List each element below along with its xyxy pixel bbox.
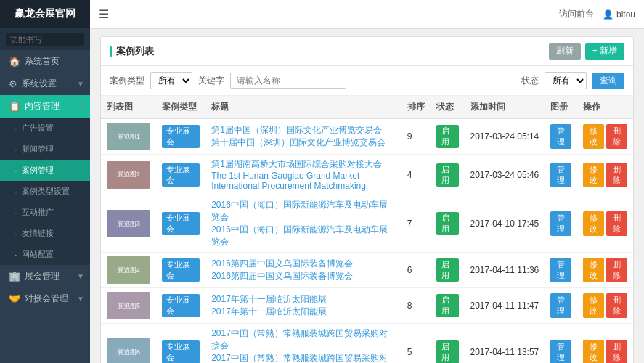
sidebar-item-promo[interactable]: · 互动推广 <box>0 202 90 223</box>
delete-button-1[interactable]: 删除 <box>606 163 627 187</box>
cell-thumb-5: 展览图6 <box>101 324 156 364</box>
case-link-cn-5[interactable]: 2017中国（常熟）常熟服装城跨国贸易采购对接会 <box>211 328 388 351</box>
delete-button-4[interactable]: 删除 <box>606 293 627 318</box>
cell-type-4: 专业展会 <box>156 288 205 324</box>
search-button[interactable]: 查询 <box>592 73 624 89</box>
cell-title-4: 2017年第十一届临沂太阳能展 2017年第十一届临沂太阳能展 <box>205 288 402 324</box>
sidebar-item-website[interactable]: · 网站配置 <box>0 244 90 265</box>
sidebar-search-wrap <box>0 28 90 50</box>
case-link-cn-2[interactable]: 2016中国（海口）国际新能源汽车及电动车展览会 <box>211 200 388 222</box>
cell-order-2: 7 <box>402 195 431 253</box>
case-link-cn-4[interactable]: 2017年第十一届临沂太阳能展 <box>211 294 327 304</box>
sidebar-sub-content: · 广告设置 · 新闻管理 · 案例管理 · 案例类型设置 · 互动推广 · 友… <box>0 118 90 265</box>
sidebar-item-exhibit[interactable]: 🏢 展会管理 ▼ <box>0 265 90 287</box>
refresh-button[interactable]: 刷新 <box>549 43 581 60</box>
menu-toggle-icon[interactable]: ☰ <box>99 7 109 21</box>
manage-album-button-2[interactable]: 管理 <box>550 211 571 236</box>
chevron-down-icon4: ▼ <box>77 295 84 303</box>
thumbnail-4: 展览图5 <box>107 292 150 319</box>
sidebar-item-content[interactable]: 📋 内容管理 ▼ <box>0 95 90 118</box>
keyword-filter-input[interactable] <box>230 73 346 89</box>
col-time: 添加时间 <box>465 96 545 119</box>
settings-icon: ⚙ <box>9 78 17 89</box>
reception-icon: 🤝 <box>9 293 20 304</box>
case-link-cn-1[interactable]: 第1届湖南高桥大市场国际综合采购对接大会 <box>211 159 382 169</box>
manage-album-button-0[interactable]: 管理 <box>550 124 571 149</box>
edit-button-1[interactable]: 修改 <box>583 163 604 187</box>
cell-actions-0: 修改 删除 <box>577 119 633 155</box>
col-title: 标题 <box>205 96 402 119</box>
table-row: 展览图6 专业展会 2017中国（常熟）常熟服装城跨国贸易采购对接会 2017中… <box>101 324 633 364</box>
sidebar-item-news[interactable]: · 新闻管理 <box>0 139 90 160</box>
table-row: 展览图3 专业展会 2016中国（海口）国际新能源汽车及电动车展览会 2016中… <box>101 195 633 253</box>
manage-album-button-3[interactable]: 管理 <box>550 258 571 282</box>
thumbnail-5: 展览图6 <box>107 338 150 363</box>
cell-actions-4: 修改 删除 <box>577 288 633 324</box>
cell-type-5: 专业展会 <box>156 324 205 364</box>
delete-button-5[interactable]: 删除 <box>606 340 627 363</box>
table-row: 展览图4 专业展会 2016第四届中国义乌国际装备博览会 2016第四届中国义乌… <box>101 253 633 288</box>
col-order: 排序 <box>402 96 431 119</box>
user-menu[interactable]: 👤 bitou <box>603 9 635 20</box>
table-row: 展览图2 专业展会 第1届湖南高桥大市场国际综合采购对接大会 The 1st H… <box>101 155 633 195</box>
delete-button-2[interactable]: 删除 <box>606 211 627 236</box>
delete-button-3[interactable]: 删除 <box>606 258 627 282</box>
cell-thumb-1: 展览图2 <box>101 155 156 195</box>
thumbnail-2: 展览图3 <box>107 210 150 237</box>
sidebar-item-reception[interactable]: 🤝 对接会管理 ▼ <box>0 287 90 310</box>
ad-icon: · <box>15 123 17 134</box>
edit-button-0[interactable]: 修改 <box>583 124 604 149</box>
cell-actions-2: 修改 删除 <box>577 195 633 253</box>
cell-thumb-3: 展览图4 <box>101 253 156 288</box>
cell-album-2: 管理 <box>545 195 577 253</box>
sidebar-item-home[interactable]: 🏠 系统首页 <box>0 50 90 73</box>
case-link-en-2[interactable]: 2016中国（海口）国际新能源汽车及电动车展览会 <box>211 224 388 247</box>
cell-type-1: 专业展会 <box>156 155 205 195</box>
case-list-panel: 案例列表 刷新 + 新增 案例类型 所有 关键字 状态 所有 查询 <box>100 36 634 363</box>
type-filter-select[interactable]: 所有 <box>150 72 192 89</box>
manage-album-button-4[interactable]: 管理 <box>550 293 571 318</box>
type-tag-4: 专业展会 <box>162 294 200 317</box>
case-link-cn-3[interactable]: 2016第四届中国义乌国际装备博览会 <box>211 258 353 269</box>
cell-title-3: 2016第四届中国义乌国际装备博览会 2016第四届中国义乌国际装备博览会 <box>205 253 402 288</box>
cell-type-0: 专业展会 <box>156 119 205 155</box>
chevron-down-icon2: ▼ <box>77 102 84 110</box>
sidebar-item-friend-link[interactable]: · 友情链接 <box>0 223 90 244</box>
cell-status-3: 启用 <box>431 253 465 288</box>
edit-button-4[interactable]: 修改 <box>583 293 604 318</box>
sidebar-item-settings[interactable]: ⚙ 系统设置 ▼ <box>0 73 90 95</box>
website-icon: · <box>15 249 17 260</box>
cell-status-2: 启用 <box>431 195 465 253</box>
sidebar-item-ad[interactable]: · 广告设置 <box>0 118 90 139</box>
cell-title-2: 2016中国（海口）国际新能源汽车及电动车展览会 2016中国（海口）国际新能源… <box>205 195 402 253</box>
manage-album-button-5[interactable]: 管理 <box>550 340 571 363</box>
status-filter-select[interactable]: 所有 <box>545 72 587 89</box>
edit-button-5[interactable]: 修改 <box>583 340 604 363</box>
logo: 赢龙会展官网 <box>0 0 90 28</box>
case-link-en-3[interactable]: 2016第四届中国义乌国际装备博览会 <box>211 271 353 281</box>
type-tag-0: 专业展会 <box>162 125 200 148</box>
sidebar-item-case-type[interactable]: · 案例类型设置 <box>0 181 90 202</box>
col-thumb: 列表图 <box>101 96 156 119</box>
case-link-en-4[interactable]: 2017年第十一届临沂太阳能展 <box>211 306 327 317</box>
edit-button-3[interactable]: 修改 <box>583 258 604 282</box>
case-link-en-0[interactable]: 第十届中国（深圳）国际文化产业博览交易会 <box>211 137 386 147</box>
status-badge-5: 启用 <box>436 340 459 363</box>
case-link-cn-0[interactable]: 第1届中国（深圳）国际文化产业博览交易会 <box>211 125 382 135</box>
case-link-en-5[interactable]: 2017中国（常熟）常熟服装城跨国贸易采购对接会 <box>211 353 388 363</box>
cell-order-0: 9 <box>402 119 431 155</box>
table-row: 展览图1 专业展会 第1届中国（深圳）国际文化产业博览交易会 第十届中国（深圳）… <box>101 119 633 155</box>
user-icon: 👤 <box>603 9 614 20</box>
manage-album-button-1[interactable]: 管理 <box>550 163 571 187</box>
cell-status-4: 启用 <box>431 288 465 324</box>
add-button[interactable]: + 新增 <box>585 43 624 60</box>
type-tag-5: 专业展会 <box>162 340 200 363</box>
cell-status-0: 启用 <box>431 119 465 155</box>
sidebar-item-case[interactable]: · 案例管理 <box>0 160 90 181</box>
sidebar: 赢龙会展官网 🏠 系统首页 ⚙ 系统设置 ▼ 📋 内容管理 ▼ · 广告设置 ·… <box>0 0 90 363</box>
delete-button-0[interactable]: 删除 <box>606 124 627 149</box>
visit-frontend-link[interactable]: 访问前台 <box>559 8 594 20</box>
sidebar-search-input[interactable] <box>6 33 84 46</box>
edit-button-2[interactable]: 修改 <box>583 211 604 236</box>
case-link-en-1[interactable]: The 1st Hunan Gaogiao Grand Market Inter… <box>211 171 366 191</box>
